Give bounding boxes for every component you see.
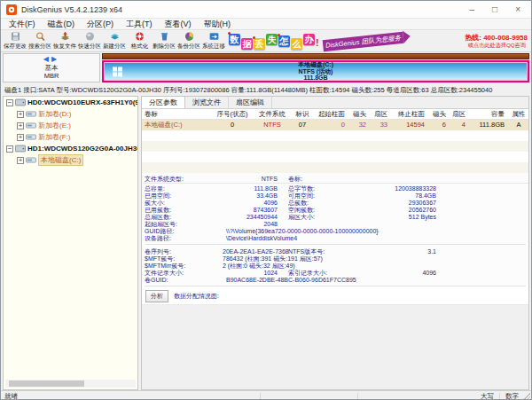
disk-partition-graph: 本地磁盘(C:) NTFS (活动) 111.8GB [102, 53, 529, 82]
window-title: DiskGenius V5.4.2.1239 x64 [21, 5, 122, 14]
system-migration-icon [208, 31, 220, 42]
ad-hotline: 热线: 400-008-9958 [465, 34, 528, 42]
status-capslock: 大写 [481, 392, 494, 400]
tab-browse-files[interactable]: 浏览文件 [185, 97, 229, 108]
menu-bar: 文件(F) 磁盘(D) 分区(P) 工具(T) 查看(V) 帮助(H) [1, 19, 531, 30]
tree-item-hd1[interactable]: HD1:WDCWDS120G2G0A-00JH30(11 [4, 143, 137, 154]
tree-item-volume-f[interactable]: 新加卷(F:) [4, 131, 137, 143]
partition-table-style: MBR [4, 72, 99, 80]
analyze-button[interactable]: 分析 [145, 290, 168, 302]
partition-c-bar[interactable]: 本地磁盘(C:) NTFS (活动) 111.8GB [102, 60, 529, 82]
resize-grip[interactable] [523, 393, 530, 400]
tree-item-volume-c[interactable]: 本地磁盘(C:) [4, 154, 137, 166]
menu-file[interactable]: 文件(F) [3, 19, 42, 30]
collapse-icon[interactable] [6, 145, 13, 153]
volume-details: 卷序列号:20EA-2EA1-EA2E-7368 NTFS版本号:3.1 $MF… [142, 246, 528, 285]
ad-tile: 么 [291, 38, 302, 50]
tree-item-hd0[interactable]: HD0:WDCWD10EURX-63FH1Y0(932G [4, 97, 137, 108]
recover-files-icon [59, 31, 71, 42]
delete-partition-button[interactable]: 删除分区 [152, 31, 176, 51]
quick-partition-icon [84, 31, 96, 42]
collapse-icon[interactable] [6, 99, 13, 106]
empty-table-row [142, 141, 528, 152]
scrollbar-thumb[interactable] [9, 380, 84, 387]
backup-partition-button[interactable]: 备份分区 [176, 31, 201, 51]
ad-tile: 丢 [254, 38, 265, 50]
disk-info-line: 磁盘1 接口:SATA 型号:WDCWDS120G2G0A-00JH30 序列号… [1, 83, 531, 96]
ad-exclaim: ! [316, 37, 319, 48]
save-icon [10, 31, 21, 42]
delete-partition-icon [159, 31, 170, 42]
diskgenius-window: DiskGenius V5.4.2.1239 x64 – □ × 文件(F) 磁… [0, 0, 532, 400]
menu-tools[interactable]: 工具(T) [120, 19, 159, 30]
table-row-local-disk-c[interactable]: 本地磁盘(C:) 0 NTFS 07 0 32 33 14594 6 4 111… [142, 120, 528, 130]
maximize-button[interactable]: □ [492, 5, 497, 14]
status-divider [357, 393, 358, 399]
partition-fs: NTFS (活动) [104, 68, 528, 75]
disk-nav-box: ◀▶ 基本 MBR [3, 53, 100, 82]
close-button[interactable]: × [515, 5, 520, 14]
expand-icon[interactable] [17, 134, 24, 141]
menu-disk[interactable]: 磁盘(D) [42, 19, 82, 30]
empty-table-row [142, 130, 528, 141]
windows-logo-icon [113, 67, 122, 76]
ad-banner[interactable]: 数 据 丢 失 怎 么 办 ! DiskGenius 团队为您服务 热线: 40… [226, 31, 531, 51]
status-bar: 就绪 大写 数字 [1, 390, 531, 400]
menu-view[interactable]: 查看(V) [159, 19, 198, 30]
save-changes-button[interactable]: 保存更改 [3, 31, 27, 51]
menu-partition[interactable]: 分区(P) [81, 19, 120, 30]
search-icon [35, 31, 46, 42]
search-partition-button[interactable]: 搜索分区 [27, 31, 52, 51]
section-divider [145, 244, 526, 245]
filesystem-details: 文件系统类型:NTFS 卷标: 总容量:111.8GB 总字节数:1200388… [142, 173, 528, 243]
quick-partition-button[interactable]: 快速分区 [77, 31, 102, 51]
next-disk-arrow[interactable]: ▶ [51, 55, 59, 63]
tree-horizontal-scrollbar[interactable] [5, 380, 136, 388]
app-icon [6, 4, 17, 15]
recover-files-button[interactable]: 恢复文件 [52, 31, 77, 51]
status-divider [260, 393, 261, 399]
partition-name: 本地磁盘(C:) [104, 61, 528, 68]
ad-tile: 怎 [278, 35, 290, 47]
system-migration-button[interactable]: 系统迁移 [201, 31, 226, 51]
expand-icon[interactable] [17, 111, 24, 118]
allocation-map-label: 数据分配情况图: [174, 292, 219, 301]
tab-partition-params[interactable]: 分区参数 [142, 97, 185, 108]
tab-bar: 分区参数 浏览文件 扇区编辑 [142, 97, 528, 109]
partition-table-header: 卷标 序号(状态) 文件系统 标识 起始柱面 磁头 扇区 终止柱面 磁头 扇区 … [142, 109, 528, 120]
volume-icon [26, 110, 36, 118]
disk-icon [15, 98, 26, 106]
ad-tile: 数 [229, 34, 240, 45]
disk-tree-panel: HD0:WDCWD10EURX-63FH1Y0(932G 新加卷(D:) 新加卷… [3, 96, 138, 390]
status-ready: 就绪 [1, 392, 18, 400]
ad-contact[interactable]: 热线: 400-008-9958 或点击此处选择QQ咨询 [465, 34, 531, 49]
analysis-section: 分析 数据分配情况图: [142, 287, 528, 302]
empty-table-row [142, 162, 528, 173]
empty-table-row [142, 152, 528, 162]
partition-size: 111.8GB [104, 75, 528, 82]
allocation-map-area [142, 304, 528, 389]
section-divider [145, 286, 526, 286]
status-divider [499, 393, 500, 400]
ad-tile: 办 [303, 34, 315, 45]
status-numlock: 数字 [505, 392, 519, 400]
ad-qq-link[interactable]: 或点击此处选择QQ咨询 [466, 42, 526, 49]
volume-icon [26, 156, 36, 164]
partition-table-type: 基本 [4, 64, 99, 72]
volume-icon [26, 122, 36, 129]
ad-tile: 失 [266, 34, 278, 45]
format-icon [134, 31, 145, 42]
expand-icon[interactable] [17, 122, 24, 129]
new-partition-button[interactable]: 新建分区 [102, 31, 127, 51]
tree-item-volume-d[interactable]: 新加卷(D:) [4, 108, 137, 120]
minimize-button[interactable]: – [470, 5, 475, 14]
format-button[interactable]: 格式化 [127, 31, 152, 51]
tree-item-volume-e[interactable]: 新加卷(E:) [4, 120, 137, 131]
disk-overview-strip[interactable] [102, 53, 529, 59]
menu-help[interactable]: 帮助(H) [198, 19, 238, 30]
disk-graph-section: ◀▶ 基本 MBR 本地磁盘(C:) NTFS (活动) 111.8GB [1, 52, 531, 83]
tab-sector-edit[interactable]: 扇区编辑 [229, 97, 272, 108]
expand-icon[interactable] [17, 157, 24, 164]
prev-disk-arrow[interactable]: ◀ [43, 55, 51, 63]
ad-tile: 据 [241, 38, 253, 50]
